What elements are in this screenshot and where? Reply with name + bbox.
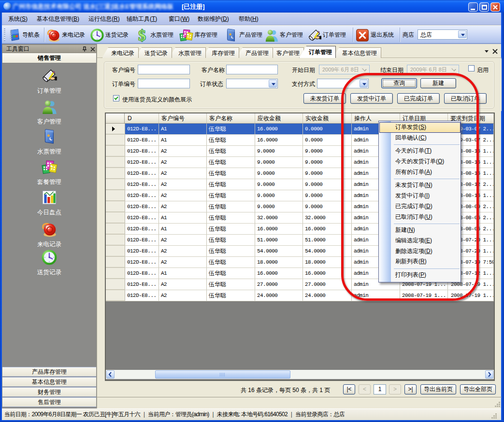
- svg-text:$: $: [138, 28, 146, 42]
